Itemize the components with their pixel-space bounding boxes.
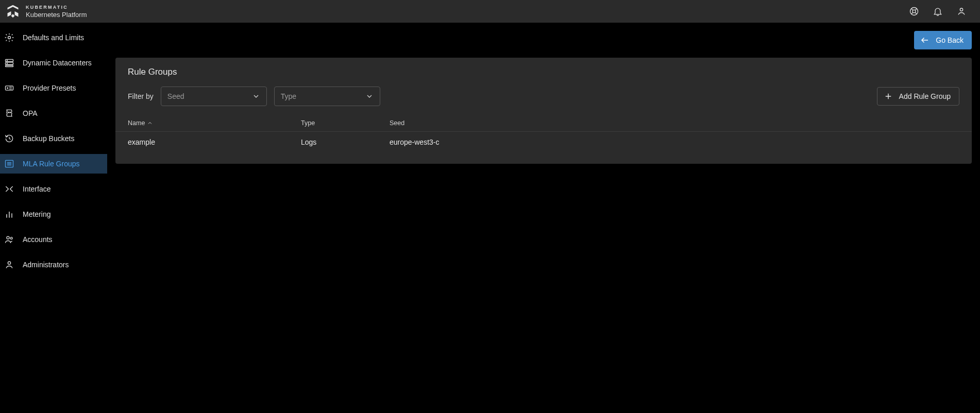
header-actions [909, 6, 976, 16]
svg-rect-13 [6, 86, 13, 90]
brand-subtitle: Kubernetes Platform [26, 11, 87, 18]
help-icon[interactable] [909, 6, 919, 16]
preset-icon [4, 83, 14, 93]
sidebar-item-label: Administrators [23, 261, 69, 269]
filter-row: Filter by Seed Type Add Rule Group [115, 87, 972, 114]
sidebar-item-provider-presets[interactable]: Provider Presets [0, 78, 107, 98]
sidebar-item-dynamic-datacenters[interactable]: Dynamic Datacenters [0, 53, 107, 73]
sidebar-item-backup-buckets[interactable]: Backup Buckets [0, 129, 107, 148]
seed-filter-placeholder: Seed [167, 92, 184, 100]
column-header-name-label: Name [128, 119, 145, 127]
svg-line-3 [915, 9, 917, 10]
sidebar-item-label: Provider Presets [23, 84, 76, 92]
bell-icon[interactable] [933, 6, 943, 16]
opa-icon [4, 108, 14, 118]
sidebar-item-label: Defaults and Limits [23, 33, 84, 42]
page-top-actions: Go Back [115, 31, 972, 49]
sidebar-item-mla-rule-groups[interactable]: MLA Rule Groups [0, 154, 107, 174]
column-header-seed[interactable]: Seed [390, 119, 959, 127]
admin-icon [4, 260, 14, 270]
sidebar-item-administrators[interactable]: Administrators [0, 255, 107, 274]
svg-point-11 [7, 60, 7, 61]
svg-point-17 [8, 112, 9, 113]
sidebar-item-label: MLA Rule Groups [23, 160, 80, 168]
list-box-icon [4, 159, 14, 169]
server-stack-icon [4, 58, 14, 68]
plus-icon [884, 92, 893, 101]
chevron-down-icon [365, 92, 374, 100]
sidebar-item-accounts[interactable]: Accounts [0, 230, 107, 249]
svg-line-5 [915, 12, 917, 14]
sidebar-item-label: OPA [23, 109, 38, 117]
table-header-row: Name Type Seed [115, 114, 972, 132]
chevron-down-icon [252, 92, 260, 100]
cell-seed: europe-west3-c [390, 138, 959, 146]
svg-point-14 [7, 88, 8, 89]
kubermatic-logo-icon [5, 4, 21, 19]
rule-groups-table: Name Type Seed example Logs eur [115, 114, 972, 164]
cell-name: example [128, 138, 301, 146]
svg-point-26 [7, 236, 9, 239]
tune-icon [4, 32, 14, 43]
card-title: Rule Groups [128, 67, 959, 77]
cell-type: Logs [301, 138, 390, 146]
seed-filter-select[interactable]: Seed [161, 87, 267, 106]
svg-line-4 [911, 12, 913, 14]
app-header: KUBERMATIC Kubernetes Platform [0, 0, 980, 23]
go-back-button[interactable]: Go Back [914, 31, 972, 49]
sidebar-item-interface[interactable]: Interface [0, 179, 107, 199]
column-header-type-label: Type [301, 119, 315, 127]
svg-point-6 [960, 8, 962, 11]
svg-point-28 [8, 262, 10, 264]
sidebar-item-label: Backup Buckets [23, 134, 74, 143]
add-rule-group-label: Add Rule Group [899, 92, 951, 100]
bar-chart-icon [4, 209, 14, 219]
user-icon[interactable] [956, 6, 967, 16]
brand: KUBERMATIC Kubernetes Platform [4, 4, 87, 19]
sort-asc-icon [147, 120, 153, 126]
sidebar-item-defaults-and-limits[interactable]: Defaults and Limits [0, 28, 107, 47]
column-header-seed-label: Seed [390, 119, 404, 127]
svg-point-12 [7, 63, 7, 64]
type-filter-placeholder: Type [281, 92, 296, 100]
brand-name: KUBERMATIC [26, 5, 87, 10]
sidebar-item-opa[interactable]: OPA [0, 104, 107, 123]
svg-rect-10 [6, 65, 13, 67]
sidebar: Defaults and Limits Dynamic Datacenters … [0, 23, 107, 413]
main-content: Go Back Rule Groups Filter by Seed Type [107, 23, 980, 413]
arrow-left-icon [920, 36, 930, 45]
column-header-name[interactable]: Name [128, 119, 301, 127]
sidebar-item-label: Accounts [23, 235, 53, 244]
add-rule-group-button[interactable]: Add Rule Group [877, 87, 959, 106]
filter-by-label: Filter by [128, 92, 154, 100]
interface-icon [4, 184, 14, 194]
svg-point-18 [10, 112, 11, 113]
column-header-type[interactable]: Type [301, 119, 390, 127]
sidebar-item-label: Dynamic Datacenters [23, 59, 92, 67]
brand-text: KUBERMATIC Kubernetes Platform [26, 5, 87, 18]
type-filter-select[interactable]: Type [274, 87, 380, 106]
rule-groups-card: Rule Groups Filter by Seed Type Add Rule… [115, 58, 972, 164]
go-back-label: Go Back [936, 36, 964, 44]
svg-point-1 [913, 10, 916, 13]
svg-point-7 [8, 37, 11, 39]
svg-point-27 [10, 237, 12, 239]
sidebar-item-label: Interface [23, 185, 50, 193]
table-row[interactable]: example Logs europe-west3-c [115, 132, 972, 152]
sidebar-item-label: Metering [23, 210, 50, 218]
history-icon [4, 133, 14, 144]
sidebar-item-metering[interactable]: Metering [0, 204, 107, 224]
svg-line-2 [911, 9, 913, 10]
users-icon [4, 234, 14, 245]
